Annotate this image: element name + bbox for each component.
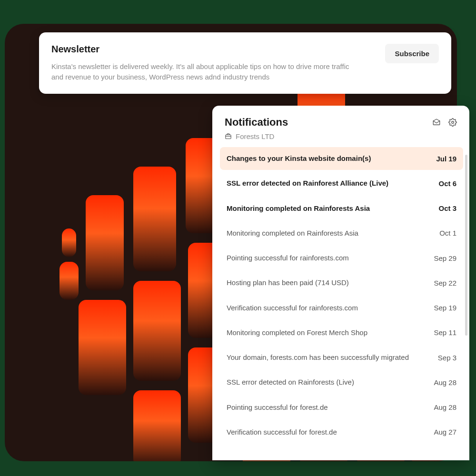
notification-item[interactable]: SSL error detected on Rainforests (Live)… (220, 371, 463, 394)
notification-date: Oct 1 (439, 229, 456, 237)
notification-subject: Your domain, forests.com has been succes… (227, 353, 432, 362)
company-name: Forests LTD (236, 132, 274, 140)
notifications-title: Notifications (225, 116, 432, 129)
notification-date: Aug 28 (434, 378, 456, 387)
notifications-list[interactable]: Changes to your Kinsta website domain(s)… (220, 147, 468, 460)
notification-subject: Pointing successful for forest.de (227, 403, 428, 412)
notification-subject: Verification successful for rainforests.… (227, 303, 428, 313)
gear-icon[interactable] (448, 118, 457, 127)
newsletter-description: Kinsta's newsletter is delivered weekly.… (51, 61, 361, 82)
notification-date: Sep 3 (438, 354, 456, 362)
subscribe-button[interactable]: Subscribe (385, 44, 439, 63)
notification-date: Oct 6 (438, 179, 456, 188)
notification-item[interactable]: Changes to your Kinsta website domain(s)… (220, 147, 463, 170)
notification-date: Sep 19 (434, 304, 456, 312)
notification-item[interactable]: Pointing successful for rainforests.comS… (220, 247, 463, 269)
notification-item[interactable]: Pointing successful for forest.deAug 28 (220, 396, 463, 419)
notification-item[interactable]: Monitoring completed on Rainforests Asia… (220, 222, 463, 245)
notification-item[interactable]: Verification successful for rainforests.… (220, 297, 463, 319)
notification-subject: Hosting plan has been paid (714 USD) (227, 278, 428, 288)
notification-date: Sep 11 (434, 328, 456, 337)
notifications-panel: Notifications (212, 106, 469, 460)
notification-subject: Changes to your Kinsta website domain(s) (227, 154, 430, 163)
notification-item[interactable]: Verification successful for forest.deAug… (220, 421, 463, 444)
notification-item[interactable]: Monitoring completed on Rainforests Asia… (220, 197, 463, 220)
newsletter-card: Newsletter Kinsta's newsletter is delive… (39, 32, 451, 94)
newsletter-title: Newsletter (51, 44, 377, 55)
notification-item[interactable]: Monitoring completed on Forest Merch Sho… (220, 321, 463, 344)
notification-subject: Monitoring completed on Rainforests Asia (227, 204, 433, 213)
notification-subject: SSL error detected on Rainforest Allianc… (227, 178, 433, 188)
briefcase-icon (225, 133, 232, 140)
svg-rect-1 (226, 135, 231, 139)
notification-subject: SSL error detected on Rainforests (Live) (227, 377, 428, 387)
notification-date: Oct 3 (438, 204, 456, 212)
notification-subject: Monitoring completed on Forest Merch Sho… (227, 328, 428, 337)
notification-subject: Verification successful for forest.de (227, 427, 428, 437)
mail-icon[interactable] (432, 118, 441, 127)
notification-subject: Monitoring completed on Rainforests Asia (227, 228, 434, 238)
notification-item[interactable]: Hosting plan has been paid (714 USD)Sep … (220, 271, 463, 294)
notification-item[interactable]: Your domain, forests.com has been succes… (220, 346, 463, 369)
notification-date: Aug 28 (434, 403, 456, 411)
notification-date: Sep 29 (434, 254, 456, 262)
notification-date: Jul 19 (436, 155, 456, 163)
notification-date: Aug 27 (434, 428, 456, 436)
notification-date: Sep 22 (434, 279, 456, 287)
notification-item[interactable]: SSL error detected on Rainforest Allianc… (220, 172, 463, 195)
notification-subject: Pointing successful for rainforests.com (227, 253, 428, 263)
scrollbar[interactable] (465, 155, 467, 336)
svg-point-0 (452, 121, 454, 124)
